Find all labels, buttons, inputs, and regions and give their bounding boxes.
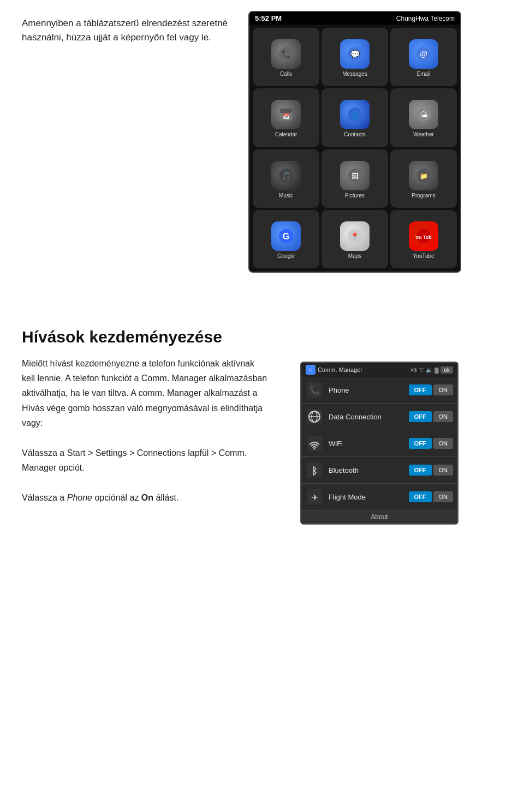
svg-text:🎵: 🎵 — [282, 171, 291, 181]
app-pictures[interactable]: 🖼 Pictures — [321, 149, 388, 208]
app-programs[interactable]: 📁 Programs — [390, 149, 457, 208]
svg-text:@: @ — [420, 50, 427, 58]
svg-text:📍: 📍 — [350, 232, 360, 241]
svg-text:✈: ✈ — [311, 493, 318, 502]
programs-icon: 📁 — [409, 161, 438, 190]
cm-flight-on-btn[interactable]: ON — [433, 491, 454, 502]
app-google[interactable]: G Google — [253, 210, 319, 268]
svg-text:🖼: 🖼 — [352, 172, 359, 180]
cm-wifi-btn-row: OFF ON — [409, 438, 454, 449]
app-contacts[interactable]: 👤 Contacts — [321, 88, 388, 147]
phone-app-grid: 📞 Calls 💬 Messages @ Email — [249, 25, 460, 272]
app-youtube-label: YouTube — [413, 253, 434, 259]
calls-icon: 📞 — [271, 39, 301, 69]
app-weather-label: Weather — [413, 131, 434, 137]
cm-about-label: About — [371, 513, 388, 521]
cm-titlebar-icons: ✕± ▽ 🔉 ▓ ok — [410, 366, 453, 374]
svg-text:ᛒ: ᛒ — [312, 466, 318, 477]
youtube-icon: You Tube — [409, 221, 438, 251]
cm-signal-icon: ✕± — [410, 367, 418, 373]
phone-carrier: ChungHwa Telecom — [396, 15, 455, 22]
intro-text: Amennyiben a táblázatszerű elrendezést s… — [22, 16, 251, 44]
cm-flight-label: Flight Mode — [329, 493, 403, 501]
cm-row-flight: ✈ Flight Mode OFF ON — [301, 484, 457, 510]
phone-screen: 5:52 PM ChungHwa Telecom 📞 Calls 💬 Messa… — [248, 11, 461, 273]
app-maps-label: Maps — [348, 253, 361, 259]
phone-screenshot: 5:52 PM ChungHwa Telecom 📞 Calls 💬 Messa… — [248, 11, 461, 273]
cm-wifi-on-btn[interactable]: ON — [433, 438, 454, 449]
comm-manager-titlebar: C Comm. Manager ✕± ▽ 🔉 ▓ ok — [301, 363, 457, 377]
app-google-label: Google — [277, 253, 295, 259]
app-calendar[interactable]: 📅 Calendar — [253, 88, 319, 147]
app-contacts-label: Contacts — [344, 131, 365, 137]
cm-phone-label: Phone — [329, 386, 403, 394]
para3-bold: On — [141, 493, 153, 502]
phone-status-bar: 5:52 PM ChungHwa Telecom — [249, 12, 460, 25]
calendar-icon: 📅 — [271, 100, 301, 129]
section-title: Hívások kezdeményezése — [22, 328, 502, 346]
cm-bluetooth-on-btn[interactable]: ON — [433, 465, 454, 476]
paragraph-2: Válassza a Start > Settings > Connection… — [22, 446, 267, 475]
phone-row-icon: 📞 — [306, 381, 323, 399]
wifi-row-icon — [306, 435, 323, 452]
cm-volume-icon: 🔉 — [426, 367, 432, 373]
email-icon: @ — [409, 39, 438, 69]
svg-text:📞: 📞 — [282, 50, 291, 59]
cm-bluetooth-btn-row: OFF ON — [409, 465, 454, 476]
cm-ok-button[interactable]: ok — [440, 366, 453, 374]
cm-battery-icon: ▓ — [434, 367, 438, 373]
app-messages[interactable]: 💬 Messages — [321, 28, 388, 86]
app-maps[interactable]: 📍 Maps — [321, 210, 388, 268]
paragraph-3: Válassza a Phone opciónál az On állást. — [22, 490, 267, 505]
cm-titlebar-left: C Comm. Manager — [306, 365, 362, 375]
cm-antenna-icon: ▽ — [419, 367, 424, 373]
cm-bluetooth-off-btn[interactable]: OFF — [409, 465, 432, 476]
svg-text:💬: 💬 — [350, 50, 360, 59]
cm-row-bluetooth: ᛒ Bluetooth OFF ON — [301, 457, 457, 484]
svg-text:🌤: 🌤 — [420, 110, 427, 119]
cm-about-row[interactable]: About — [301, 510, 457, 524]
app-calls[interactable]: 📞 Calls — [253, 28, 319, 86]
data-row-icon — [306, 408, 323, 425]
svg-text:👤: 👤 — [350, 110, 360, 119]
para3-prefix: Válassza a — [22, 493, 67, 502]
cm-data-btn-row: OFF ON — [409, 411, 454, 422]
svg-text:You Tube: You Tube — [415, 234, 432, 240]
paragraph-1: Mielőtt hívást kezdeményezne a telefon f… — [22, 356, 267, 430]
left-text-column: Mielőtt hívást kezdeményezne a telefon f… — [22, 356, 267, 525]
cm-data-off-btn[interactable]: OFF — [409, 411, 432, 422]
cm-phone-off-btn[interactable]: OFF — [409, 384, 432, 395]
para3-end: állást. — [153, 493, 178, 502]
cm-bluetooth-label: Bluetooth — [329, 466, 403, 474]
pictures-icon: 🖼 — [340, 161, 370, 190]
messages-icon: 💬 — [340, 39, 370, 69]
cm-wifi-off-btn[interactable]: OFF — [409, 438, 432, 449]
cm-phone-on-btn[interactable]: ON — [433, 384, 454, 395]
cm-data-on-btn[interactable]: ON — [433, 411, 454, 422]
svg-text:📅: 📅 — [283, 113, 290, 120]
app-youtube[interactable]: You Tube YouTube — [390, 210, 457, 268]
cm-flight-off-btn[interactable]: OFF — [409, 491, 432, 502]
svg-text:📁: 📁 — [420, 172, 428, 180]
phone-time: 5:52 PM — [255, 14, 282, 22]
cm-title-icon: C — [306, 365, 315, 375]
cm-phone-btn-row: OFF ON — [409, 384, 454, 395]
app-programs-label: Programs — [412, 193, 435, 199]
cm-row-wifi: WiFi OFF ON — [301, 430, 457, 457]
content-layout-row: Mielőtt hívást kezdeményezne a telefon f… — [22, 356, 502, 525]
svg-rect-7 — [280, 109, 292, 113]
app-email[interactable]: @ Email — [390, 28, 457, 86]
maps-icon: 📍 — [340, 221, 370, 251]
comm-manager-screenshot: C Comm. Manager ✕± ▽ 🔉 ▓ ok 📞 — [300, 362, 458, 525]
main-content: Hívások kezdeményezése Mielőtt hívást ke… — [22, 328, 502, 525]
bluetooth-row-icon: ᛒ — [306, 461, 323, 479]
cm-flight-btn-row: OFF ON — [409, 491, 454, 502]
cm-wifi-label: WiFi — [329, 440, 403, 448]
app-weather[interactable]: 🌤 Weather — [390, 88, 457, 147]
app-music-label: Music — [279, 193, 293, 199]
app-email-label: Email — [416, 71, 430, 77]
svg-text:📞: 📞 — [309, 385, 320, 395]
app-calendar-label: Calendar — [275, 131, 297, 137]
svg-text:G: G — [283, 232, 289, 241]
app-music[interactable]: 🎵 Music — [253, 149, 319, 208]
